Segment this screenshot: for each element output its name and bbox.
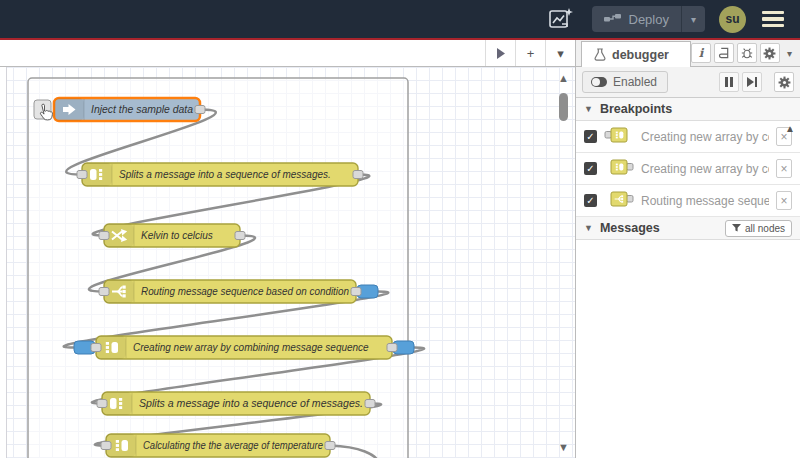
debugger-settings-button[interactable] xyxy=(774,72,794,92)
flow-node[interactable]: Creating new array by combining message … xyxy=(96,336,392,359)
help-sidebar-button[interactable] xyxy=(714,43,734,63)
messages-label: Messages xyxy=(600,221,660,235)
filter-all-nodes-button[interactable]: all nodes xyxy=(725,220,792,237)
bug-icon xyxy=(741,47,753,59)
node-mini-icon xyxy=(604,190,634,212)
breakpoints-list: ▲ ✓Creating new array by combining messa… xyxy=(576,121,800,217)
node-label: Inject the sample data xyxy=(91,104,193,115)
breakpoint-row[interactable]: ✓Routing message sequence based on condi… xyxy=(576,185,800,217)
sidebar: debugger i xyxy=(575,40,800,458)
input-port[interactable] xyxy=(77,171,87,179)
deploy-label: Deploy xyxy=(629,12,669,27)
settings-sidebar-button[interactable] xyxy=(760,43,780,63)
main-menu-button[interactable] xyxy=(760,7,786,32)
flow-node[interactable]: Splits a message into a sequence of mess… xyxy=(82,163,358,186)
output-port[interactable] xyxy=(235,232,245,240)
remove-breakpoint-button[interactable]: × xyxy=(776,191,792,210)
output-port[interactable] xyxy=(365,400,375,408)
workspace: + ▾ Inject the sample dataSplits a messa… xyxy=(0,40,575,458)
chevron-down-icon: ▼ xyxy=(584,223,593,233)
output-port[interactable] xyxy=(195,106,205,114)
switch-node-icon xyxy=(604,190,634,208)
output-port[interactable] xyxy=(353,171,363,179)
chart-sparkle-icon xyxy=(548,7,574,31)
funnel-icon xyxy=(732,224,741,232)
split-icon xyxy=(110,398,122,409)
breakpoints-scroll-up[interactable]: ▲ xyxy=(785,124,795,134)
book-icon xyxy=(718,47,730,59)
breakpoint-label: Creating new array by combining message … xyxy=(641,162,769,176)
join-icon xyxy=(106,342,118,353)
canvas-scroll-thumb[interactable] xyxy=(559,93,568,121)
debugger-toolbar: Enabled xyxy=(576,67,800,98)
filter-label: all nodes xyxy=(745,223,785,234)
canvas-scroll-down[interactable]: ▼ xyxy=(558,442,569,453)
input-port[interactable] xyxy=(99,288,109,296)
breakpoint-row[interactable]: ✓Creating new array by combining message… xyxy=(576,153,800,185)
node-label: Kelvin to celcius xyxy=(141,230,213,241)
pause-button[interactable] xyxy=(719,72,739,92)
sidebar-tab-menu[interactable]: ▾ xyxy=(783,48,796,59)
input-port[interactable] xyxy=(97,400,107,408)
node-label: Splits a message into a sequence of mess… xyxy=(119,169,331,180)
split-icon xyxy=(90,169,102,180)
breakpoint-label: Creating new array by combining message … xyxy=(641,130,769,144)
gear-icon xyxy=(778,76,791,89)
flow-node[interactable]: Splits a message into a sequence of mess… xyxy=(102,392,370,415)
play-icon xyxy=(496,48,505,59)
node-label: Routing message sequence based on condit… xyxy=(141,286,349,297)
step-button[interactable] xyxy=(742,72,762,92)
gear-icon xyxy=(763,47,776,60)
output-port[interactable] xyxy=(325,442,335,450)
output-port[interactable] xyxy=(387,344,397,352)
breakpoints-label: Breakpoints xyxy=(600,102,672,116)
breakpoint-checkbox[interactable]: ✓ xyxy=(584,194,597,207)
pause-icon xyxy=(725,77,733,87)
breakpoint-label: Routing message sequence based on condit… xyxy=(641,194,769,208)
info-sidebar-button[interactable]: i xyxy=(691,43,711,63)
user-avatar[interactable]: su xyxy=(719,6,746,33)
messages-section-header[interactable]: ▼ Messages all nodes xyxy=(576,217,800,240)
join-icon xyxy=(116,440,128,451)
toggle-icon xyxy=(591,77,607,87)
flow-tabbar: + ▾ xyxy=(0,40,575,67)
flow-canvas[interactable]: Inject the sample dataSplits a message i… xyxy=(0,67,575,458)
flow-node[interactable]: Kelvin to celcius xyxy=(104,224,240,247)
flask-icon xyxy=(594,48,606,61)
node-mini-icon xyxy=(604,158,634,180)
menu-icon xyxy=(762,11,784,15)
output-port[interactable] xyxy=(351,288,361,296)
step-icon xyxy=(747,77,758,87)
header: Deploy ▾ su xyxy=(0,0,800,40)
deploy-icon xyxy=(604,13,622,25)
breakpoint-row[interactable]: ✓Creating new array by combining message… xyxy=(576,121,800,153)
deploy-dropdown[interactable]: ▾ xyxy=(681,6,705,32)
flow-node[interactable]: Routing message sequence based on condit… xyxy=(104,280,356,303)
debugger-enabled-toggle[interactable]: Enabled xyxy=(582,71,668,93)
node-label: Splits a message into a sequence of mess… xyxy=(139,398,363,409)
chevron-down-icon: ▼ xyxy=(584,104,593,114)
input-port[interactable] xyxy=(91,344,101,352)
canvas-scroll-up[interactable]: ▲ xyxy=(558,73,569,84)
sidebar-tabs: debugger i xyxy=(576,40,800,67)
messages-empty-area xyxy=(576,240,800,458)
breakpoint-checkbox[interactable]: ✓ xyxy=(584,130,597,143)
run-flows-button[interactable] xyxy=(485,40,515,66)
node-label: Calculating the the average of temperatu… xyxy=(143,440,323,451)
breakpoint-checkbox[interactable]: ✓ xyxy=(584,162,597,175)
breakpoints-section-header[interactable]: ▼ Breakpoints xyxy=(576,98,800,121)
export-chart-button[interactable] xyxy=(544,6,578,32)
input-port[interactable] xyxy=(99,232,109,240)
deploy-button[interactable]: Deploy ▾ xyxy=(592,6,706,32)
add-flow-button[interactable]: + xyxy=(515,40,545,66)
node-mini-icon xyxy=(604,126,634,148)
join-node-icon xyxy=(604,158,634,176)
debug-sidebar-button[interactable] xyxy=(737,43,757,63)
tab-debugger-label: debugger xyxy=(612,48,669,62)
remove-breakpoint-button[interactable]: × xyxy=(776,159,792,178)
tab-debugger[interactable]: debugger xyxy=(581,41,691,67)
flow-node[interactable]: Calculating the the average of temperatu… xyxy=(106,434,330,457)
flow-list-button[interactable]: ▾ xyxy=(545,40,575,66)
input-port[interactable] xyxy=(101,442,111,450)
flow-node[interactable]: Inject the sample data xyxy=(54,98,200,121)
